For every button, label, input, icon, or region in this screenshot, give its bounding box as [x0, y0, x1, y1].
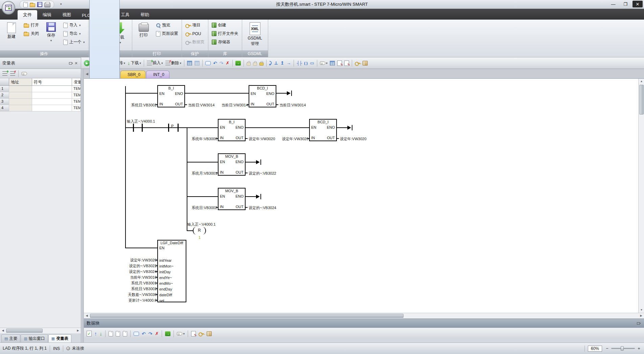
- db-goto-button[interactable]: [164, 331, 171, 336]
- save-dropdown-icon[interactable]: ▾: [50, 39, 52, 42]
- export-button[interactable]: 导出▾: [62, 29, 86, 38]
- tab-int0[interactable]: INT_0: [146, 71, 169, 78]
- properties-button[interactable]: [362, 60, 368, 66]
- operand-label[interactable]: 当前日:VW3014: [279, 103, 306, 108]
- panel-horizontal-scrollbar[interactable]: ◀ ▶: [0, 328, 81, 333]
- gsdml-manage-button[interactable]: XML GSDML管理: [244, 21, 266, 46]
- coil-operand-label[interactable]: 输入正~:V4000.1: [187, 222, 215, 227]
- db-properties-button[interactable]: [206, 331, 212, 336]
- lock-button-1[interactable]: [246, 60, 251, 66]
- symbol-addressing-button[interactable]: [194, 60, 200, 66]
- page-setup-button[interactable]: 页面设置: [155, 29, 180, 38]
- address-cell[interactable]: [9, 86, 32, 92]
- operand-label[interactable]: 设定的~:VB3022: [249, 171, 276, 176]
- panel-close-icon[interactable]: ✕: [73, 61, 79, 66]
- table-row[interactable]: 2 TEMP: [0, 92, 81, 99]
- db-upload-button[interactable]: [94, 330, 98, 337]
- db-redo-button[interactable]: [148, 331, 153, 337]
- function-block-lgf-datediff[interactable]: LGF_DateDiff EN initYear initMon~ initDa…: [157, 240, 186, 302]
- db-delete-button[interactable]: [154, 331, 159, 336]
- db-key-button[interactable]: [198, 332, 205, 336]
- scroll-left-icon[interactable]: ◀: [0, 328, 6, 333]
- insert-contact-button[interactable]: [296, 60, 302, 66]
- maximize-button[interactable]: [620, 1, 630, 7]
- contact[interactable]: [142, 124, 143, 132]
- undo-button[interactable]: [212, 60, 218, 66]
- operand-label[interactable]: 系统日:VB3002: [114, 103, 157, 108]
- contact-operand-label[interactable]: 输入正~:V4000.1: [127, 119, 155, 124]
- symbol-table-button[interactable]: [186, 60, 193, 66]
- symbol-cell[interactable]: [32, 92, 72, 98]
- function-block-bcd-i[interactable]: BCD_I EN ENO IN OUT: [249, 85, 276, 107]
- table-row[interactable]: 1 TEMP: [0, 86, 81, 92]
- previous-button[interactable]: 上一个▾: [62, 38, 86, 46]
- new-button[interactable]: 新建: [2, 21, 21, 40]
- scrollbar-thumb[interactable]: [90, 314, 404, 318]
- selection-box-button[interactable]: [205, 61, 211, 66]
- row-number[interactable]: 1: [0, 86, 9, 92]
- insert-button[interactable]: 插入▾: [146, 60, 164, 66]
- var-type-cell[interactable]: TEMP: [72, 86, 81, 92]
- open-button[interactable]: 打开: [22, 21, 40, 29]
- coil-operand-count[interactable]: 1: [199, 235, 201, 239]
- tab-scroll-left-icon[interactable]: ◀: [85, 72, 89, 76]
- db-cut-button[interactable]: [108, 331, 114, 337]
- delete-button[interactable]: 删除▾: [165, 60, 182, 66]
- edit-symbols-button[interactable]: [337, 60, 343, 66]
- download-dropdown-icon[interactable]: ▾: [119, 41, 121, 44]
- insert-box-button[interactable]: [309, 60, 315, 66]
- dock-tab-output-window[interactable]: ▥输出窗口: [21, 334, 48, 343]
- lock-add-button[interactable]: [259, 60, 264, 66]
- db-download-button[interactable]: [99, 330, 103, 337]
- address-cell[interactable]: [9, 105, 32, 111]
- goto-button[interactable]: [235, 60, 242, 66]
- table-row[interactable]: 3 TEMP: [0, 99, 81, 105]
- symbol-cell[interactable]: [32, 99, 72, 105]
- scroll-down-icon[interactable]: ▼: [639, 307, 644, 313]
- db-address-tag-button[interactable]: ▾: [176, 332, 185, 336]
- corner-header[interactable]: [0, 78, 9, 86]
- menu-tab-file[interactable]: 文件: [18, 10, 37, 20]
- row-number[interactable]: 4: [0, 105, 9, 111]
- scrollbar-thumb[interactable]: [639, 85, 644, 115]
- insert-row-button[interactable]: [2, 71, 8, 76]
- operand-label[interactable]: 设定年:VW3020: [340, 136, 366, 142]
- zoom-slider[interactable]: − +: [605, 346, 641, 351]
- column-header-var-type[interactable]: 变量类型: [72, 78, 81, 86]
- var-type-cell[interactable]: TEMP: [72, 105, 81, 111]
- column-header-address[interactable]: 地址: [9, 78, 32, 86]
- reset-coil[interactable]: [203, 227, 206, 234]
- protect-pou-button[interactable]: POU: [184, 29, 206, 38]
- address-table-button[interactable]: [329, 60, 336, 66]
- operand-label[interactable]: 系统月:VB3001: [175, 171, 217, 176]
- preview-button[interactable]: 预览: [155, 21, 180, 29]
- download-toolbar-button[interactable]: 下载▾: [127, 60, 142, 66]
- row-number[interactable]: 3: [0, 99, 9, 105]
- operand-label[interactable]: 系统日:VB3002: [175, 205, 217, 210]
- column-header-symbol[interactable]: 符号: [32, 78, 72, 86]
- library-memory-button[interactable]: 存储器: [210, 38, 240, 46]
- line-right-button[interactable]: →: [286, 60, 292, 66]
- operand-label[interactable]: 设定年:VW3020: [266, 136, 308, 142]
- ladder-canvas[interactable]: B_I EN ENO IN OUT 系统日:VB3002 当前日:VW3014 …: [84, 79, 644, 313]
- scroll-right-icon[interactable]: ▶: [75, 328, 81, 333]
- minimize-button[interactable]: [608, 1, 618, 7]
- operand-label[interactable]: 天数差~:VW3030: [108, 292, 157, 297]
- app-menu-button[interactable]: [2, 1, 15, 15]
- edge-contact[interactable]: [168, 124, 169, 132]
- pin-icon[interactable]: [636, 321, 641, 326]
- contact[interactable]: [133, 124, 134, 132]
- tab-main[interactable]: MAIN: [89, 0, 120, 78]
- scroll-left-icon[interactable]: ◀: [84, 313, 90, 319]
- branch-down-button[interactable]: ⤸: [269, 60, 273, 66]
- address-cell[interactable]: [9, 92, 32, 98]
- operand-label[interactable]: 更新计~:V4000.0: [108, 298, 157, 303]
- edit-symbols-2-button[interactable]: [344, 60, 350, 66]
- operand-label[interactable]: 设定的~:VB3022: [108, 263, 157, 269]
- db-compile-button[interactable]: [86, 330, 92, 337]
- menu-tab-help[interactable]: 帮助: [135, 10, 155, 20]
- line-up-button[interactable]: ↥: [280, 60, 285, 66]
- panel-splitter[interactable]: [81, 69, 84, 343]
- db-insert-page-button[interactable]: [190, 331, 197, 337]
- lock-button-2[interactable]: [252, 60, 258, 66]
